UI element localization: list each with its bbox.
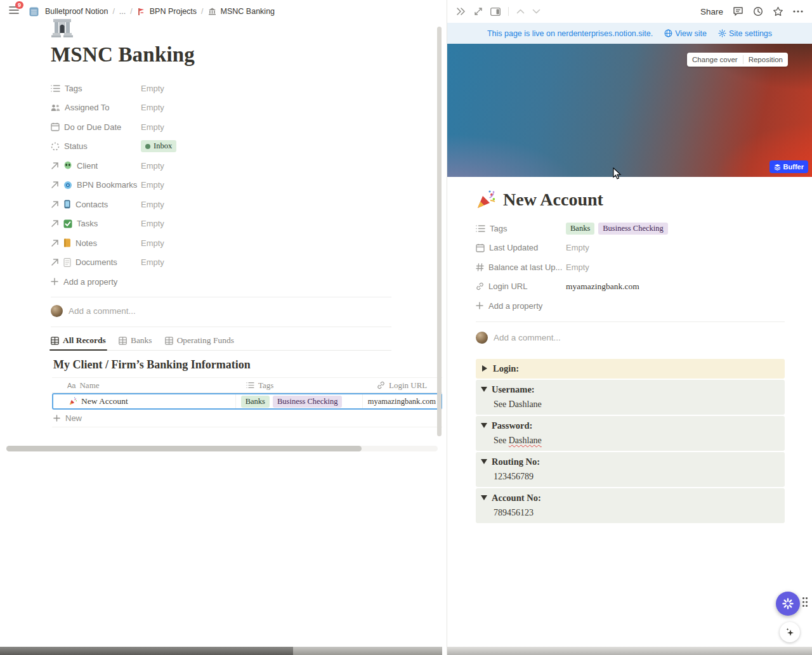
breadcrumb-workspace[interactable]: Bulletproof Notion [45, 7, 108, 16]
page-icon-bank[interactable] [51, 18, 74, 39]
property-documents[interactable]: Documents Empty [51, 253, 393, 273]
more-options-icon[interactable] [793, 10, 803, 13]
left-pane: 9 Bulletproof Notion / ... / BPN Project… [0, 0, 442, 655]
list-icon [51, 84, 60, 93]
page-cover[interactable]: Change cover Reposition Buffer [447, 44, 812, 177]
arrow-up-right-icon [51, 258, 59, 266]
favorite-star-icon[interactable] [773, 6, 783, 16]
view-site-button[interactable]: View site [664, 29, 707, 38]
breadcrumb-separator: / [112, 7, 114, 16]
toggle-password[interactable]: Password: See Dashlane [476, 416, 785, 451]
ai-sparkle-button[interactable] [780, 622, 800, 642]
toggle-expanded-icon[interactable] [481, 387, 487, 392]
page-title[interactable]: MSNC Banking [51, 43, 195, 67]
property-notes[interactable]: Notes Empty [51, 233, 393, 253]
column-name[interactable]: AaName [52, 380, 241, 391]
party-popper-icon[interactable] [476, 190, 496, 210]
sidebar-menu-button[interactable]: 9 [9, 5, 25, 18]
property-due-date[interactable]: Do or Due Date Empty [51, 117, 393, 137]
add-property-button[interactable]: Add a property [476, 296, 785, 315]
tag-banks[interactable]: Banks [241, 396, 270, 408]
breadcrumb-ellipsis[interactable]: ... [119, 7, 126, 16]
tag-business-checking[interactable]: Business Checking [598, 223, 667, 235]
property-tags[interactable]: Tags Empty [51, 79, 393, 98]
alien-emoji-icon [63, 161, 72, 170]
toggle-expanded-icon[interactable] [481, 423, 487, 428]
toggle-login[interactable]: Login: [476, 359, 785, 379]
expand-icon[interactable] [474, 7, 483, 16]
tag-business-checking[interactable]: Business Checking [273, 396, 342, 408]
property-assigned-to[interactable]: Assigned To Empty [51, 98, 393, 118]
new-row-button[interactable]: New [52, 410, 442, 427]
property-value: Empty [141, 219, 164, 228]
property-client[interactable]: Client Empty [51, 156, 393, 176]
tab-banks[interactable]: Banks [119, 335, 152, 346]
property-bpn-bookmarks[interactable]: BPN Bookmarks Empty [51, 176, 393, 195]
property-label: Last Updated [489, 243, 538, 252]
toggle-username[interactable]: Username: See Dashlane [476, 380, 785, 415]
cell-login-url[interactable]: myamazingbank.com [363, 394, 441, 408]
comments-icon[interactable] [733, 6, 743, 16]
change-cover-button[interactable]: Change cover [687, 53, 743, 67]
breadcrumb-projects[interactable]: BPN Projects [150, 7, 197, 16]
mouse-cursor [613, 167, 622, 180]
toggle-content[interactable]: See Dashlane [477, 433, 783, 448]
property-status[interactable]: Status Inbox [51, 137, 393, 157]
share-button[interactable]: Share [700, 7, 723, 16]
side-peek-icon[interactable] [490, 8, 501, 16]
toggle-content[interactable]: 789456123 [477, 505, 783, 521]
toggle-expanded-icon[interactable] [481, 495, 487, 500]
column-tags[interactable]: Tags [241, 380, 372, 391]
property-value-url[interactable]: myamazingbank.com [566, 282, 639, 292]
workspace-icon[interactable] [29, 7, 39, 16]
tag-banks[interactable]: Banks [566, 223, 594, 235]
buffer-badge[interactable]: Buffer [769, 160, 808, 173]
vertical-scrollbar[interactable] [437, 27, 442, 436]
horizontal-scrollbar[interactable] [6, 446, 438, 451]
table-view-icon [51, 337, 59, 345]
property-tasks[interactable]: Tasks Empty [51, 214, 393, 234]
cell-tags[interactable]: Banks Business Checking [236, 394, 363, 408]
horizontal-scrollbar-thumb[interactable] [6, 446, 362, 451]
peek-page-title[interactable]: New Account [503, 190, 603, 210]
status-badge[interactable]: Inbox [141, 140, 176, 152]
property-label: Do or Due Date [64, 122, 121, 132]
reposition-button[interactable]: Reposition [743, 53, 788, 67]
drag-handle-icon[interactable] [802, 597, 809, 609]
property-contacts[interactable]: Contacts Empty [51, 195, 393, 214]
property-last-updated[interactable]: Last Updated Empty [476, 238, 785, 258]
toggle-content[interactable]: See Dashlane [477, 397, 783, 412]
toggle-account-no[interactable]: Account No: 789456123 [476, 488, 785, 523]
site-settings-button[interactable]: Site settings [718, 29, 772, 38]
breadcrumb-page[interactable]: MSNC Banking [221, 7, 275, 16]
column-login-url[interactable]: Login URL [372, 380, 442, 391]
chevron-down-icon[interactable] [532, 9, 540, 14]
comment-input[interactable]: Add a comment... [51, 305, 136, 317]
comment-placeholder: Add a comment... [69, 306, 136, 316]
property-value: Empty [141, 122, 164, 132]
chevron-up-icon[interactable] [516, 9, 525, 14]
history-icon[interactable] [753, 6, 763, 16]
tab-all-records[interactable]: All Records [51, 335, 106, 346]
tab-operating-funds[interactable]: Operating Funds [165, 335, 234, 346]
cell-name[interactable]: New Account [53, 394, 236, 408]
scrollbar-thumb[interactable] [0, 647, 293, 655]
property-tags[interactable]: Tags Banks Business Checking [476, 219, 785, 238]
table-row[interactable]: New Account Banks Business Checking myam… [52, 393, 442, 410]
database-title[interactable]: My Client / Firm’s Banking Information [53, 358, 251, 372]
add-property-button[interactable]: Add a property [51, 272, 393, 291]
notion-ai-button[interactable] [776, 592, 800, 616]
toggle-content[interactable]: 123456789 [477, 469, 783, 484]
toggle-expanded-icon[interactable] [481, 459, 487, 464]
property-login-url[interactable]: Login URL myamazingbank.com [476, 277, 785, 297]
window-bottom-scrollbar[interactable] [0, 647, 442, 655]
toggle-routing-no[interactable]: Routing No: 123456789 [476, 452, 785, 487]
close-peek-icon[interactable] [456, 8, 466, 15]
right-peek-pane: Share This page is live on nerdenterpris… [447, 0, 812, 655]
toggle-collapsed-icon[interactable] [482, 365, 487, 372]
party-popper-icon [69, 397, 77, 406]
property-balance[interactable]: Balance at last Up... Empty [476, 257, 785, 277]
comment-input[interactable]: Add a comment... [476, 328, 785, 346]
property-value: Empty [141, 84, 164, 93]
calendar-icon [51, 122, 60, 131]
